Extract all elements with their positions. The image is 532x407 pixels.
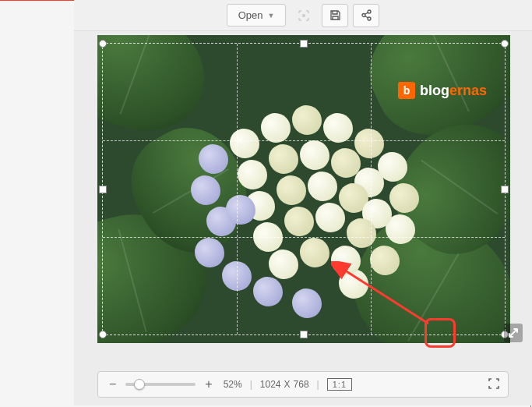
zoom-slider[interactable] [125,383,196,386]
zoom-out-button[interactable]: − [106,377,119,391]
chevron-down-icon: ▼ [267,12,274,19]
top-toolbar: Open ▼ [74,0,532,31]
open-label: Open [238,9,263,21]
crop-handle-sw[interactable] [99,331,107,338]
capture-button [291,4,317,27]
open-button[interactable]: Open ▼ [227,4,287,27]
capture-icon [298,9,310,22]
zoom-percent: 52% [224,379,242,390]
crop-handle-n[interactable] [300,40,308,48]
dimensions-readout: 1024 X 768 [260,379,309,390]
zoom-in-button[interactable]: + [202,377,215,391]
editor-app: Open ▼ [74,0,532,405]
zoom-slider-thumb[interactable] [134,379,145,390]
resize-diagonal-icon[interactable] [504,324,523,342]
crop-handle-ne[interactable] [501,40,509,48]
crop-handle-nw[interactable] [99,40,107,48]
status-bar: − + 52% | 1024 X 768 | 1:1 [97,371,509,398]
share-button[interactable] [353,4,379,27]
save-button[interactable] [322,4,348,27]
aspect-ratio-button[interactable]: 1:1 [327,378,352,391]
fullscreen-button[interactable] [488,377,500,392]
crop-handle-s[interactable] [300,331,308,338]
share-icon [361,9,372,21]
save-icon [329,9,341,21]
svg-point-0 [302,14,305,17]
crop-selection[interactable] [102,43,506,335]
crop-handle-e[interactable] [501,186,509,193]
crop-handle-w[interactable] [99,186,107,193]
image-canvas[interactable]: b blogernas [97,35,510,343]
